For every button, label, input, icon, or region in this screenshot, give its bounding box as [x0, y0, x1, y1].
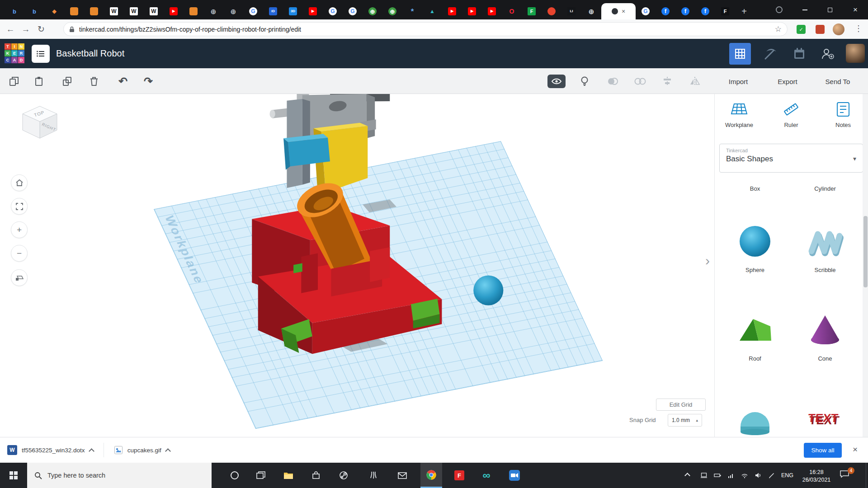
ruler-tool[interactable]: Ruler — [770, 101, 812, 128]
download-caret-icon[interactable] — [165, 448, 171, 454]
notes-tool[interactable]: Notes — [822, 101, 864, 128]
mirror-button[interactable] — [688, 75, 702, 88]
3d-viewport[interactable]: Workplane — [0, 94, 714, 437]
extension-green-icon[interactable]: ✓ — [797, 25, 806, 34]
reload-icon[interactable]: ↻ — [33, 24, 49, 34]
show-all-button[interactable]: Show all — [804, 443, 842, 458]
browser-tab[interactable]: F — [715, 3, 735, 19]
browser-tab[interactable] — [542, 3, 561, 19]
browser-tab[interactable]: G — [343, 3, 363, 19]
browser-tab[interactable]: * — [402, 3, 422, 19]
calendar-button[interactable] — [788, 43, 810, 65]
blocks-view-button[interactable] — [729, 43, 751, 65]
store-button[interactable] — [305, 463, 327, 488]
browser-tab[interactable]: G — [243, 3, 263, 19]
mail-button[interactable] — [392, 463, 413, 488]
window-minimize-button[interactable] — [792, 0, 817, 19]
browser-tab[interactable] — [184, 3, 203, 19]
browser-tab[interactable]: G — [323, 3, 343, 19]
browser-tab[interactable]: ⊕ — [581, 3, 601, 19]
import-button[interactable]: Import — [718, 75, 759, 88]
browser-tab[interactable]: ▶ — [462, 3, 482, 19]
browser-profile-icon[interactable] — [776, 6, 783, 13]
hint-button[interactable] — [578, 75, 591, 88]
browser-tab[interactable]: f — [695, 3, 715, 19]
view-cube[interactable]: TOP RIGHT — [12, 100, 71, 150]
flipboard-button[interactable]: F — [448, 463, 470, 488]
extension-red-icon[interactable] — [816, 25, 825, 34]
zoom-in-button[interactable]: + — [11, 221, 28, 238]
language-indicator[interactable]: ENG — [781, 472, 793, 479]
redo-button[interactable]: ↷ — [142, 75, 155, 88]
zoom-out-button[interactable]: − — [11, 245, 28, 262]
action-center-button[interactable]: 4 — [840, 470, 852, 481]
chrome-taskbar-button[interactable] — [420, 463, 442, 488]
bookmark-star-icon[interactable]: ☆ — [775, 24, 782, 34]
model-scene[interactable] — [0, 94, 714, 437]
invite-button[interactable] — [816, 43, 838, 65]
home-view-button[interactable] — [11, 174, 28, 191]
export-button[interactable]: Export — [767, 75, 808, 88]
downloads-close-icon[interactable]: × — [853, 445, 858, 455]
browser-tab[interactable]: ▶ — [482, 3, 502, 19]
shape-text[interactable]: TEXT TEXT — [797, 399, 853, 441]
shape-sphere[interactable]: Sphere — [727, 222, 783, 273]
video-app-button[interactable] — [504, 463, 525, 488]
browser-tab[interactable] — [84, 3, 104, 19]
shape-half-cylinder[interactable] — [727, 399, 783, 441]
new-tab-button[interactable]: + — [735, 3, 753, 19]
edit-grid-button[interactable]: Edit Grid — [656, 399, 706, 411]
group-button[interactable] — [606, 75, 619, 88]
browser-tab[interactable]: W — [104, 3, 124, 19]
cortana-button[interactable] — [224, 463, 245, 488]
browser-tab[interactable]: ▶ — [303, 3, 323, 19]
tray-laptop-icon[interactable] — [700, 472, 708, 479]
snap-grid-dropdown[interactable]: 1.0 mm ▴ — [668, 414, 702, 427]
shape-box[interactable]: Box — [727, 183, 783, 192]
start-button[interactable] — [3, 463, 24, 488]
delete-button[interactable] — [87, 75, 101, 88]
browser-tab[interactable]: ▶ — [442, 3, 462, 19]
forward-icon[interactable]: → — [18, 24, 33, 34]
steam-button[interactable] — [333, 463, 354, 488]
browser-tab[interactable]: b — [5, 3, 24, 19]
paste-button[interactable] — [32, 75, 46, 88]
browser-tab[interactable]: f — [656, 3, 675, 19]
fit-view-button[interactable] — [11, 198, 28, 215]
tray-battery-icon[interactable] — [713, 472, 722, 479]
browser-avatar[interactable] — [833, 23, 844, 35]
tray-wifi-icon[interactable] — [741, 472, 749, 479]
taskbar-search[interactable]: Type here to search — [27, 463, 212, 488]
workplane-tool[interactable]: Workplane — [718, 101, 760, 128]
browser-tab[interactable]: f — [675, 3, 695, 19]
file-explorer-button[interactable] — [278, 463, 299, 488]
download-caret-icon[interactable] — [89, 448, 94, 454]
browser-tab[interactable]: W — [124, 3, 144, 19]
tray-volume-icon[interactable] — [754, 472, 762, 479]
minecraft-export-button[interactable] — [760, 43, 781, 65]
razer-button[interactable] — [363, 463, 384, 488]
browser-tab[interactable]: ⊕ — [203, 3, 223, 19]
back-icon[interactable]: ← — [3, 24, 18, 34]
show-desktop-strip[interactable] — [866, 463, 868, 488]
browser-tab[interactable] — [64, 3, 84, 19]
panel-scrollbar-thumb[interactable] — [863, 216, 868, 287]
browser-tab[interactable]: ⊕ — [382, 3, 402, 19]
window-close-button[interactable]: × — [843, 0, 868, 19]
tray-cellular-icon[interactable] — [727, 472, 735, 479]
browser-tab[interactable]: G — [636, 3, 656, 19]
align-button[interactable] — [660, 75, 674, 88]
browser-tab[interactable]: ▶ — [164, 3, 184, 19]
infinity-app-button[interactable]: ∞ — [476, 463, 497, 488]
browser-tab[interactable]: iD — [263, 3, 283, 19]
undo-button[interactable]: ↶ — [116, 75, 130, 88]
duplicate-button[interactable] — [61, 75, 74, 88]
clock[interactable]: 16:28 26/03/2021 — [799, 469, 834, 484]
browser-tab[interactable]: W — [144, 3, 164, 19]
browser-tab[interactable]: 3D — [283, 3, 303, 19]
browser-tab[interactable]: ⊕ — [223, 3, 243, 19]
tray-pen-icon[interactable] — [768, 472, 776, 479]
tab-close-icon[interactable]: × — [622, 8, 625, 15]
window-maximize-button[interactable] — [817, 0, 843, 19]
browser-tab[interactable]: O — [502, 3, 522, 19]
